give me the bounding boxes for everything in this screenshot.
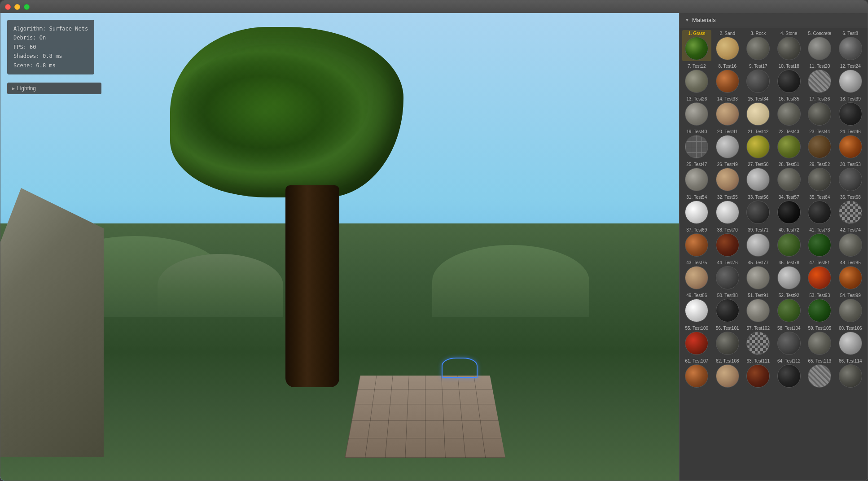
materials-row: 43. Test7544. Test7645. Test7746. Test78…: [682, 259, 865, 290]
material-item-60[interactable]: 60. Test106: [836, 325, 865, 356]
materials-grid[interactable]: 1. Grass2. Sand3. Rock4. Stone5. Concret…: [679, 27, 868, 481]
material-sphere-66: [839, 364, 862, 388]
material-sphere-43: [685, 266, 708, 289]
material-item-63[interactable]: 63. Test111: [744, 358, 773, 389]
material-item-33[interactable]: 33. Test56: [744, 194, 773, 225]
material-item-58[interactable]: 58. Test104: [775, 325, 804, 356]
material-item-44[interactable]: 44. Test76: [713, 259, 742, 290]
material-label-52: 52. Test92: [776, 293, 803, 298]
material-item-61[interactable]: 61. Test107: [682, 358, 711, 389]
material-label-6: 6. Test8: [837, 31, 864, 36]
material-item-53[interactable]: 53. Test93: [805, 292, 834, 323]
material-item-59[interactable]: 59. Test105: [805, 325, 834, 356]
materials-row: 1. Grass2. Sand3. Rock4. Stone5. Concret…: [682, 30, 865, 61]
material-item-56[interactable]: 56. Test101: [713, 325, 742, 356]
material-item-17[interactable]: 17. Test36: [805, 96, 834, 127]
materials-header: ▼ Materials: [679, 13, 868, 27]
material-item-32[interactable]: 32. Test55: [713, 194, 742, 225]
material-item-13[interactable]: 13. Test26: [682, 96, 711, 127]
material-item-14[interactable]: 14. Test33: [713, 96, 742, 127]
material-item-19[interactable]: 19. Test40: [682, 128, 711, 159]
material-item-47[interactable]: 47. Test81: [805, 259, 834, 290]
material-item-62[interactable]: 62. Test108: [713, 358, 742, 389]
material-item-16[interactable]: 16. Test35: [775, 96, 804, 127]
material-item-34[interactable]: 34. Test57: [775, 194, 804, 225]
material-label-65: 65. Test113: [806, 359, 833, 363]
material-item-28[interactable]: 28. Test51: [775, 161, 804, 192]
material-item-11[interactable]: 11. Test20: [805, 63, 834, 94]
material-item-29[interactable]: 29. Test52: [805, 161, 834, 192]
material-item-30[interactable]: 30. Test53: [836, 161, 865, 192]
material-sphere-39: [746, 233, 770, 257]
material-item-25[interactable]: 25. Test47: [682, 161, 711, 192]
material-item-3[interactable]: 3. Rock: [744, 30, 773, 61]
material-item-1[interactable]: 1. Grass: [682, 30, 711, 61]
material-item-52[interactable]: 52. Test92: [775, 292, 804, 323]
material-item-6[interactable]: 6. Test8: [836, 30, 865, 61]
material-label-1: 1. Grass: [683, 31, 710, 36]
material-label-34: 34. Test57: [776, 195, 803, 200]
material-item-26[interactable]: 26. Test49: [713, 161, 742, 192]
material-item-15[interactable]: 15. Test34: [744, 96, 773, 127]
fps-stat: FPS: 60: [13, 43, 88, 52]
material-item-43[interactable]: 43. Test75: [682, 259, 711, 290]
material-label-20: 20. Test41: [714, 129, 741, 134]
material-item-41[interactable]: 41. Test73: [805, 227, 834, 258]
minimize-button[interactable]: [14, 4, 20, 10]
material-item-42[interactable]: 42. Test74: [836, 227, 865, 258]
material-item-21[interactable]: 21. Test42: [744, 128, 773, 159]
material-item-12[interactable]: 12. Test24: [836, 63, 865, 94]
close-button[interactable]: [5, 4, 11, 10]
material-item-64[interactable]: 64. Test112: [775, 358, 804, 389]
material-item-51[interactable]: 51. Test91: [744, 292, 773, 323]
material-item-10[interactable]: 10. Test18: [775, 63, 804, 94]
material-label-39: 39. Test71: [745, 227, 772, 232]
material-item-8[interactable]: 8. Test16: [713, 63, 742, 94]
viewport[interactable]: Algorithm: Surface Nets Debris: On FPS: …: [0, 13, 679, 481]
material-label-45: 45. Test77: [745, 260, 772, 265]
material-item-2[interactable]: 2. Sand: [713, 30, 742, 61]
material-item-50[interactable]: 50. Test88: [713, 292, 742, 323]
lighting-arrow: ▶: [12, 87, 15, 91]
material-item-24[interactable]: 24. Test46: [836, 128, 865, 159]
material-label-13: 13. Test26: [683, 96, 710, 101]
material-label-28: 28. Test51: [776, 162, 803, 167]
material-label-8: 8. Test16: [714, 64, 741, 69]
material-item-9[interactable]: 9. Test17: [744, 63, 773, 94]
material-item-65[interactable]: 65. Test113: [805, 358, 834, 389]
maximize-button[interactable]: [24, 4, 30, 10]
material-item-45[interactable]: 45. Test77: [744, 259, 773, 290]
material-item-18[interactable]: 18. Test39: [836, 96, 865, 127]
material-sphere-10: [777, 70, 801, 93]
material-item-66[interactable]: 66. Test114: [836, 358, 865, 389]
material-label-9: 9. Test17: [745, 64, 772, 69]
material-label-10: 10. Test18: [776, 64, 803, 69]
material-item-31[interactable]: 31. Test54: [682, 194, 711, 225]
material-item-23[interactable]: 23. Test44: [805, 128, 834, 159]
material-item-4[interactable]: 4. Stone: [775, 30, 804, 61]
algorithm-stat: Algorithm: Surface Nets: [13, 24, 88, 33]
material-item-27[interactable]: 27. Test50: [744, 161, 773, 192]
lighting-panel: ▶ Lighting: [7, 83, 101, 94]
material-item-37[interactable]: 37. Test69: [682, 227, 711, 258]
material-sphere-62: [716, 364, 739, 388]
material-item-35[interactable]: 35. Test64: [805, 194, 834, 225]
material-item-36[interactable]: 36. Test68: [836, 194, 865, 225]
material-sphere-38: [716, 233, 739, 257]
material-item-49[interactable]: 49. Test86: [682, 292, 711, 323]
material-item-22[interactable]: 22. Test43: [775, 128, 804, 159]
material-label-21: 21. Test42: [745, 129, 772, 134]
material-item-5[interactable]: 5. Concrete: [805, 30, 834, 61]
material-item-48[interactable]: 48. Test85: [836, 259, 865, 290]
material-item-54[interactable]: 54. Test99: [836, 292, 865, 323]
material-item-57[interactable]: 57. Test102: [744, 325, 773, 356]
material-item-38[interactable]: 38. Test70: [713, 227, 742, 258]
material-item-20[interactable]: 20. Test41: [713, 128, 742, 159]
material-sphere-64: [777, 364, 801, 388]
material-item-55[interactable]: 55. Test100: [682, 325, 711, 356]
material-item-7[interactable]: 7. Test12: [682, 63, 711, 94]
lighting-toggle[interactable]: ▶ Lighting: [7, 83, 101, 94]
material-item-46[interactable]: 46. Test78: [775, 259, 804, 290]
material-item-40[interactable]: 40. Test72: [775, 227, 804, 258]
material-item-39[interactable]: 39. Test71: [744, 227, 773, 258]
